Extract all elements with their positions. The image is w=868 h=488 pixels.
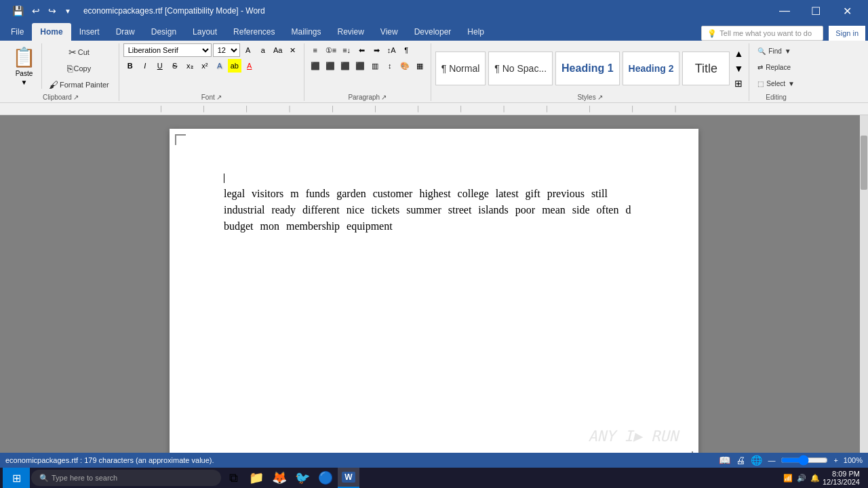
tab-help[interactable]: Help: [459, 23, 492, 41]
network-icon[interactable]: 📶: [783, 474, 793, 483]
style-heading1[interactable]: Heading 1: [555, 52, 619, 85]
increase-indent-button[interactable]: ➡: [370, 43, 383, 57]
select-dropdown[interactable]: ▼: [788, 80, 795, 87]
print-layout-button[interactable]: 🖨: [736, 455, 745, 466]
word-button[interactable]: W: [338, 468, 359, 488]
paragraph-dialog-icon[interactable]: ↗: [381, 94, 387, 101]
align-center-button[interactable]: ⬛: [323, 59, 337, 73]
restore-button[interactable]: ☐: [800, 0, 831, 22]
zoom-minus[interactable]: —: [768, 456, 775, 464]
find-dropdown[interactable]: ▼: [785, 47, 791, 55]
bullets-button[interactable]: ≡: [309, 43, 322, 57]
taskbar-search[interactable]: 🔍 Type here to search: [31, 470, 221, 486]
font-dialog-icon[interactable]: ↗: [216, 94, 222, 101]
styles-dialog-icon[interactable]: ↗: [597, 94, 603, 101]
decrease-indent-button[interactable]: ⬅: [355, 43, 368, 57]
text-color-button[interactable]: A: [243, 59, 256, 73]
superscript-button[interactable]: x²: [198, 59, 212, 73]
firefox-button[interactable]: 🦊: [269, 468, 290, 488]
read-mode-button[interactable]: 📖: [719, 455, 730, 466]
select-button[interactable]: ⬚ Select ▼: [753, 76, 799, 91]
zoom-slider[interactable]: [781, 455, 828, 466]
redo-icon[interactable]: ↪: [45, 4, 59, 18]
styles-scroll-down[interactable]: ▼: [732, 62, 745, 75]
bold-button[interactable]: B: [123, 59, 137, 73]
tab-developer[interactable]: Developer: [406, 23, 460, 41]
document-content[interactable]: legal visitors m funds garden customer h…: [224, 169, 644, 235]
text-effects-button[interactable]: A: [213, 59, 226, 73]
sort-button[interactable]: ↕A: [384, 43, 398, 57]
style-normal[interactable]: ¶ Normal: [435, 52, 486, 85]
volume-icon[interactable]: 🔊: [797, 474, 806, 483]
format-painter-button[interactable]: 🖌 Format Painter: [46, 77, 112, 92]
tab-home[interactable]: Home: [32, 23, 71, 41]
notification-icon[interactable]: 🔔: [810, 474, 820, 483]
file-explorer-button[interactable]: 📁: [245, 468, 267, 488]
search-icon: 🔍: [39, 474, 49, 483]
subscript-button[interactable]: x₂: [183, 59, 197, 73]
paste-dropdown-icon[interactable]: ▼: [21, 79, 28, 86]
shrink-font-button[interactable]: a: [256, 43, 270, 57]
replace-button[interactable]: ⇄ Replace: [753, 60, 795, 75]
clock[interactable]: 8:09 PM 12/13/2024: [823, 470, 860, 486]
show-marks-button[interactable]: ¶: [399, 43, 413, 57]
tab-review[interactable]: Review: [330, 23, 372, 41]
document[interactable]: legal visitors m funds garden customer h…: [170, 129, 698, 454]
tab-draw[interactable]: Draw: [108, 23, 143, 41]
qat-dropdown-icon[interactable]: ▼: [62, 6, 74, 16]
chrome-button[interactable]: 🔵: [315, 468, 336, 488]
style-title-preview: Title: [695, 62, 717, 76]
zoom-percent[interactable]: 100%: [844, 456, 863, 464]
minimize-button[interactable]: —: [769, 0, 800, 22]
tab-mailings[interactable]: Mailings: [283, 23, 329, 41]
tab-view[interactable]: View: [372, 23, 406, 41]
close-button[interactable]: ✕: [831, 0, 863, 22]
cut-button[interactable]: ✂ Cut: [46, 45, 112, 60]
vertical-scrollbar[interactable]: [860, 115, 868, 454]
grow-font-button[interactable]: A: [241, 43, 255, 57]
copy-button[interactable]: ⎘ Copy: [46, 61, 112, 76]
clipboard-dialog-icon[interactable]: ↗: [73, 94, 79, 101]
font-size-select[interactable]: 12: [213, 43, 240, 57]
style-heading2[interactable]: Heading 2: [623, 52, 680, 85]
shading-button[interactable]: 🎨: [398, 59, 412, 73]
task-view-button[interactable]: ⧉: [222, 468, 244, 488]
tab-design[interactable]: Design: [143, 23, 184, 41]
undo-icon[interactable]: ↩: [29, 4, 43, 18]
align-right-button[interactable]: ⬛: [338, 59, 352, 73]
line-spacing-button[interactable]: ↕: [383, 59, 397, 73]
taskbar: ⊞ 🔍 Type here to search ⧉ 📁 🦊 🐦 🔵 W 📶 🔊 …: [0, 468, 868, 488]
strikethrough-button[interactable]: S: [168, 59, 182, 73]
align-left-button[interactable]: ⬛: [309, 59, 322, 73]
columns-button[interactable]: ▥: [368, 59, 382, 73]
tab-insert[interactable]: Insert: [71, 23, 108, 41]
multilevel-button[interactable]: ≡↓: [340, 43, 353, 57]
folder-icon: 📁: [249, 470, 264, 485]
tab-file[interactable]: File: [3, 23, 32, 41]
styles-expand[interactable]: ⊞: [733, 77, 744, 90]
styles-scroll-up[interactable]: ▲: [732, 47, 745, 60]
sign-in-button[interactable]: Sign in: [829, 26, 865, 41]
font-name-select[interactable]: Liberation Serif: [123, 43, 212, 57]
save-icon[interactable]: 💾: [9, 4, 26, 18]
borders-button[interactable]: ▦: [413, 59, 427, 73]
justify-button[interactable]: ⬛: [353, 59, 367, 73]
tell-me-bar[interactable]: 💡 Tell me what you want to do: [701, 26, 823, 41]
numbering-button[interactable]: ①≡: [323, 43, 338, 57]
style-title[interactable]: Title: [682, 52, 730, 85]
clear-format-button[interactable]: ✕: [286, 43, 300, 57]
tab-references[interactable]: References: [225, 23, 283, 41]
find-button[interactable]: 🔍 Find ▼: [753, 43, 795, 58]
twitter-button[interactable]: 🐦: [292, 468, 313, 488]
web-layout-button[interactable]: 🌐: [751, 455, 762, 466]
tab-layout[interactable]: Layout: [184, 23, 225, 41]
paste-button[interactable]: 📋 Paste ▼: [7, 43, 42, 89]
text-highlight-button[interactable]: ab: [228, 59, 241, 73]
zoom-plus[interactable]: +: [833, 456, 837, 464]
start-button[interactable]: ⊞: [3, 468, 30, 488]
underline-button[interactable]: U: [153, 59, 167, 73]
scroll-thumb[interactable]: [861, 136, 867, 190]
style-no-spacing[interactable]: ¶ No Spac...: [488, 52, 553, 85]
case-button[interactable]: Aa: [271, 43, 285, 57]
italic-button[interactable]: I: [138, 59, 152, 73]
